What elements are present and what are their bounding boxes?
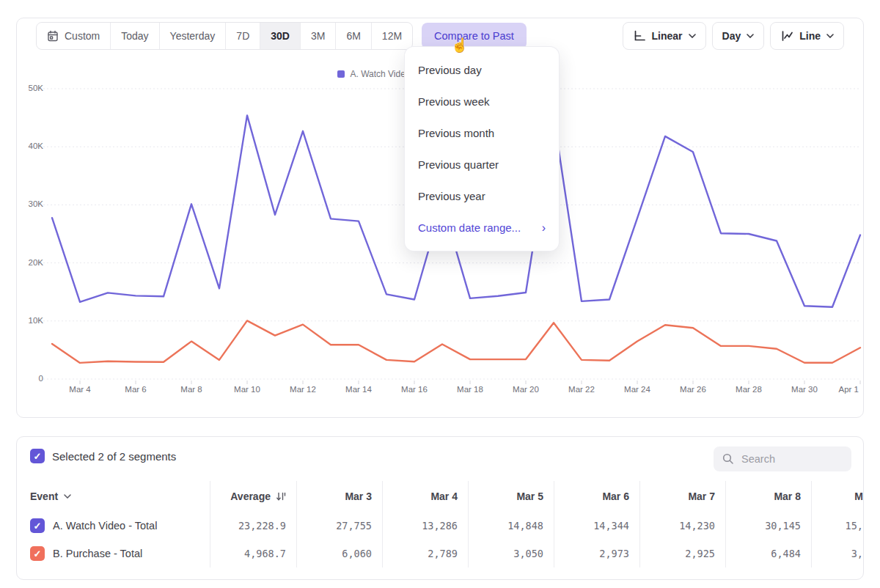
chevron-right-icon: ›: [542, 222, 546, 234]
table-cell: 23,228.9: [210, 512, 296, 540]
segments-header: ✓ Selected 2 of 2 segments: [30, 449, 176, 463]
legend-swatch: [337, 70, 345, 78]
table-cell: 6,484: [725, 540, 811, 567]
interval-label: Day: [722, 30, 741, 42]
x-tick-label: Mar 22: [568, 385, 595, 394]
range-12m[interactable]: 12M: [371, 23, 412, 49]
x-tick-label: Mar 8: [180, 385, 202, 394]
table-header-mar-8: Mar 8: [725, 481, 811, 512]
range-3m[interactable]: 3M: [300, 23, 335, 49]
compare-to-past-menu: Previous dayPrevious weekPrevious monthP…: [405, 47, 559, 251]
line-chart-icon: [780, 30, 793, 42]
table-cell: 27,755: [296, 512, 382, 540]
x-tick-label: Mar 6: [125, 385, 146, 394]
menu-item-previous-day[interactable]: Previous day: [405, 54, 559, 86]
table-header-event[interactable]: Event: [30, 481, 210, 512]
x-tick-label: Mar 14: [345, 385, 372, 394]
series-line: [52, 320, 860, 363]
search-input[interactable]: [740, 452, 838, 466]
x-tick-label: Mar 28: [736, 385, 762, 394]
range-label: 30D: [271, 30, 290, 42]
y-tick-label: 0: [17, 374, 43, 383]
date-range-segmented: CustomTodayYesterday7D30D3M6M12M: [36, 22, 413, 50]
menu-item-previous-year[interactable]: Previous year: [405, 180, 559, 212]
x-tick-label: Mar 12: [290, 385, 316, 394]
table-cell: 30,145: [725, 512, 811, 540]
range-6m[interactable]: 6M: [335, 23, 370, 49]
table-header-mar-7: Mar 7: [639, 481, 725, 512]
search-box[interactable]: [714, 446, 851, 471]
scale-dropdown[interactable]: Linear: [623, 22, 706, 50]
segments-card: ✓ Selected 2 of 2 segments EventAverageM…: [16, 436, 864, 580]
scale-label: Linear: [652, 30, 683, 42]
table-cell: 15,: [811, 512, 863, 540]
x-tick-label: Apr 1: [839, 385, 859, 394]
range-label: Custom: [65, 30, 100, 42]
table-cell: 2,925: [639, 540, 725, 567]
table-cell: 2,789: [382, 540, 468, 567]
menu-item-previous-quarter[interactable]: Previous quarter: [405, 149, 559, 180]
table-row-label: ✓A. Watch Video - Total: [30, 512, 210, 540]
table-cell: 4,968.7: [210, 540, 296, 567]
table-cell: 14,230: [639, 512, 725, 540]
range-custom[interactable]: Custom: [37, 23, 110, 49]
table-header-mar-4: Mar 4: [382, 481, 468, 512]
chevron-down-icon: [689, 34, 696, 38]
x-tick-label: Mar 18: [457, 385, 483, 394]
table-cell: 3,050: [468, 540, 554, 567]
table-header-m: M: [811, 481, 863, 512]
x-tick-label: Mar 10: [234, 385, 260, 394]
chart-toolbar: CustomTodayYesterday7D30D3M6M12M Compare…: [36, 23, 844, 49]
range-7d[interactable]: 7D: [225, 23, 260, 49]
sort-descending-icon: [276, 492, 286, 501]
y-tick-label: 40K: [17, 142, 43, 150]
header-label: Mar 6: [602, 490, 629, 502]
header-label: Mar 4: [430, 490, 458, 502]
chevron-down-icon: [826, 34, 834, 38]
range-yesterday[interactable]: Yesterday: [159, 23, 226, 49]
interval-dropdown[interactable]: Day: [712, 22, 765, 50]
x-tick-label: Mar 16: [401, 385, 428, 394]
header-label: Mar 3: [345, 490, 372, 502]
y-tick-label: 30K: [17, 199, 43, 208]
table-header-mar-5: Mar 5: [468, 481, 554, 512]
chevron-down-icon: [64, 494, 71, 499]
x-tick-label: Mar 24: [624, 385, 650, 394]
segment-checkbox[interactable]: ✓: [30, 518, 45, 533]
table-header-average[interactable]: Average: [210, 481, 296, 512]
compare-to-past-button[interactable]: Compare to Past: [422, 23, 527, 49]
y-tick-label: 20K: [17, 258, 43, 267]
select-all-checkbox[interactable]: ✓: [30, 449, 45, 463]
selected-summary: Selected 2 of 2 segments: [52, 450, 176, 463]
segment-label: B. Purchase - Total: [53, 548, 142, 559]
custom-date-range-label: Custom date range...: [418, 221, 521, 234]
table-cell: 6,060: [296, 540, 382, 567]
header-label: Average: [230, 490, 271, 502]
segments-table: EventAverageMar 3Mar 4Mar 5Mar 6Mar 7Mar…: [30, 481, 863, 567]
header-label: Event: [30, 490, 58, 502]
segment-checkbox[interactable]: ✓: [30, 546, 45, 561]
table-cell: 14,344: [554, 512, 639, 540]
menu-item-custom-date-range[interactable]: Custom date range...›: [405, 212, 559, 243]
chart-type-dropdown[interactable]: Line: [770, 22, 844, 50]
menu-item-previous-month[interactable]: Previous month: [405, 117, 559, 149]
range-label: Yesterday: [170, 30, 216, 42]
table-cell: 14,848: [468, 512, 554, 540]
x-tick-label: Mar 30: [791, 385, 818, 394]
range-30d[interactable]: 30D: [260, 23, 300, 49]
header-label: Mar 7: [688, 490, 715, 502]
calendar-icon: [47, 30, 59, 42]
range-label: 3M: [311, 30, 325, 42]
range-label: Today: [121, 30, 148, 42]
x-tick-label: Mar 4: [69, 385, 90, 394]
range-today[interactable]: Today: [110, 23, 158, 49]
linear-axes-icon: [633, 30, 646, 42]
header-label: Mar 5: [516, 490, 543, 502]
menu-item-previous-week[interactable]: Previous week: [405, 86, 559, 117]
range-label: 6M: [346, 30, 360, 42]
range-label: 7D: [236, 30, 249, 42]
chevron-down-icon: [747, 34, 754, 38]
range-label: 12M: [382, 30, 402, 42]
table-header-mar-3: Mar 3: [296, 481, 382, 512]
chart-type-label: Line: [799, 30, 821, 42]
